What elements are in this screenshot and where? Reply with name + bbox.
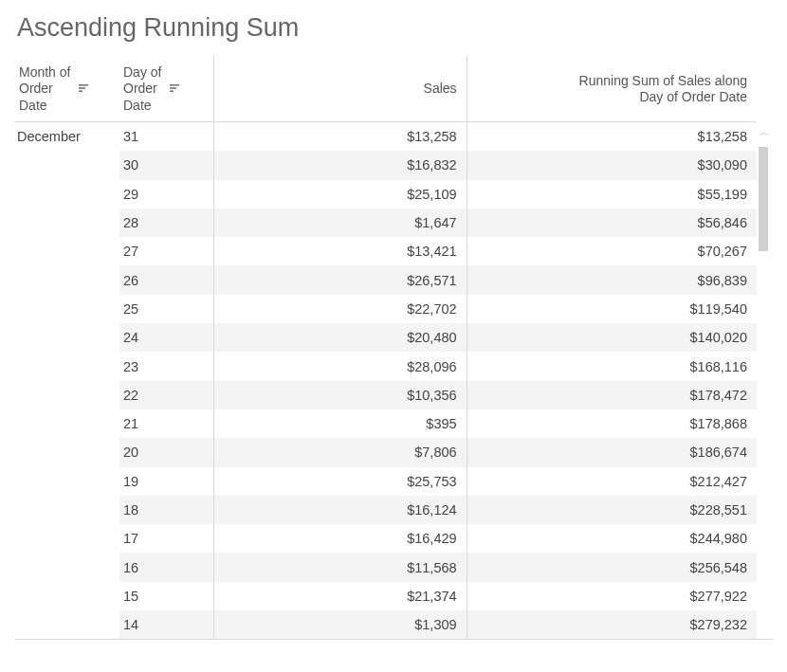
- view-title: Ascending Running Sum: [17, 13, 772, 43]
- day-cell[interactable]: 26: [119, 265, 213, 294]
- header-sales-label: Sales: [424, 81, 457, 98]
- running-sum-cell[interactable]: $168,116: [467, 352, 757, 380]
- sales-body: $13,258$16,832$25,109$1,647$13,421$26,57…: [214, 122, 467, 639]
- sales-cell[interactable]: $395: [214, 409, 467, 438]
- tableau-worksheet: Ascending Running Sum Month of Order Dat…: [0, 0, 787, 672]
- day-cell[interactable]: 31: [119, 122, 213, 151]
- day-cell[interactable]: 21: [119, 409, 213, 438]
- running-sum-cell[interactable]: $178,472: [467, 381, 757, 409]
- running-sum-cell[interactable]: $13,258: [467, 122, 757, 151]
- scroll-thumb[interactable]: [759, 147, 768, 251]
- sales-cell[interactable]: $11,568: [214, 553, 467, 581]
- running-sum-cell[interactable]: $186,674: [467, 438, 757, 466]
- sales-cell[interactable]: $16,124: [214, 496, 467, 524]
- header-running-sum[interactable]: Running Sum of Sales along Day of Order …: [467, 56, 757, 122]
- day-cell[interactable]: 18: [119, 496, 213, 524]
- sales-cell[interactable]: $16,429: [214, 524, 467, 553]
- sales-cell[interactable]: $25,109: [214, 180, 467, 209]
- day-cell[interactable]: 16: [119, 553, 213, 581]
- header-day-label: Day of Order Date: [123, 64, 161, 115]
- sales-cell[interactable]: $16,832: [214, 151, 467, 179]
- scroll-up-icon[interactable]: ︿: [760, 126, 769, 139]
- sales-cell[interactable]: $10,356: [214, 381, 467, 409]
- running-sum-cell[interactable]: $256,548: [467, 553, 757, 581]
- day-cell[interactable]: 25: [119, 295, 213, 323]
- day-cell[interactable]: 20: [119, 438, 213, 466]
- running-sum-cell[interactable]: $212,427: [467, 467, 757, 496]
- column-day: Day of Order Date 3130292827262524232221…: [119, 56, 214, 639]
- header-sales[interactable]: Sales: [214, 56, 467, 122]
- header-day[interactable]: Day of Order Date: [119, 56, 213, 122]
- sales-cell[interactable]: $21,374: [214, 582, 467, 610]
- column-running-sum: Running Sum of Sales along Day of Order …: [467, 56, 757, 639]
- sales-cell[interactable]: $7,806: [214, 438, 467, 466]
- day-cell[interactable]: 24: [119, 323, 213, 352]
- running-sum-cell[interactable]: $277,922: [467, 582, 757, 610]
- sort-desc-icon[interactable]: [78, 83, 91, 95]
- sales-cell[interactable]: $28,096: [214, 352, 467, 380]
- sales-cell[interactable]: $22,702: [214, 295, 467, 323]
- sort-desc-icon[interactable]: [169, 83, 182, 95]
- column-sales: Sales $13,258$16,832$25,109$1,647$13,421…: [214, 56, 467, 639]
- column-month: Month of Order Date December: [15, 56, 119, 639]
- sales-cell[interactable]: $1,309: [214, 610, 467, 639]
- day-cell[interactable]: 19: [119, 467, 213, 496]
- day-cell[interactable]: 27: [119, 237, 213, 265]
- sales-cell[interactable]: $13,421: [214, 237, 467, 265]
- running-sum-cell[interactable]: $228,551: [467, 496, 757, 524]
- running-sum-body: $13,258$30,090$55,199$56,846$70,267$96,8…: [467, 122, 757, 639]
- running-sum-cell[interactable]: $55,199: [467, 180, 757, 209]
- sales-cell[interactable]: $13,258: [214, 122, 467, 151]
- day-body: 313029282726252423222120191817161514: [119, 122, 213, 639]
- running-sum-cell[interactable]: $244,980: [467, 524, 757, 553]
- sales-cell[interactable]: $20,480: [214, 323, 467, 352]
- running-sum-cell[interactable]: $140,020: [467, 323, 757, 352]
- svg-rect-4: [170, 87, 176, 89]
- running-sum-cell[interactable]: $56,846: [467, 209, 757, 237]
- running-sum-cell[interactable]: $70,267: [467, 237, 757, 265]
- running-sum-cell[interactable]: $30,090: [467, 151, 757, 179]
- sales-cell[interactable]: $26,571: [214, 265, 467, 294]
- running-sum-cell[interactable]: $119,540: [467, 295, 757, 323]
- svg-rect-0: [79, 84, 88, 86]
- header-month[interactable]: Month of Order Date: [15, 56, 119, 122]
- day-cell[interactable]: 15: [119, 582, 213, 610]
- day-cell[interactable]: 29: [119, 180, 213, 209]
- svg-rect-1: [79, 87, 85, 89]
- sales-cell[interactable]: $25,753: [214, 467, 467, 496]
- day-cell[interactable]: 14: [119, 610, 213, 639]
- header-running-sum-label: Running Sum of Sales along Day of Order …: [579, 73, 747, 106]
- day-cell[interactable]: 28: [119, 209, 213, 237]
- day-cell[interactable]: 22: [119, 381, 213, 409]
- day-cell[interactable]: 23: [119, 352, 213, 380]
- svg-rect-5: [170, 90, 174, 92]
- running-sum-cell[interactable]: $178,868: [467, 409, 757, 438]
- running-sum-cell[interactable]: $279,232: [467, 610, 757, 639]
- header-month-label: Month of Order Date: [19, 64, 70, 115]
- sales-cell[interactable]: $1,647: [214, 209, 467, 237]
- day-cell[interactable]: 17: [119, 524, 213, 553]
- running-sum-cell[interactable]: $96,839: [467, 265, 757, 294]
- day-cell[interactable]: 30: [119, 151, 213, 179]
- crosstab: Month of Order Date December Day of Orde…: [15, 56, 772, 640]
- vertical-scrollbar[interactable]: ︿: [757, 56, 772, 639]
- month-cell[interactable]: December: [15, 122, 119, 151]
- svg-rect-2: [79, 90, 82, 92]
- svg-rect-3: [170, 84, 179, 86]
- month-body: December: [15, 122, 119, 639]
